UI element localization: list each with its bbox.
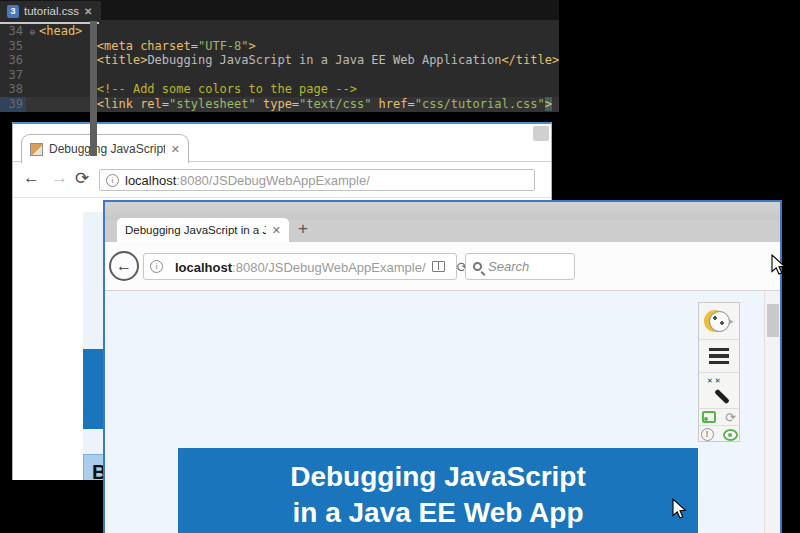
netbeans-browser-palette: ▸ ⟳ ! bbox=[698, 302, 740, 442]
chrome-tab[interactable]: Debugging JavaScript in ✕ bbox=[21, 134, 189, 163]
search-icon bbox=[473, 262, 482, 271]
mouse-cursor bbox=[771, 254, 786, 275]
back-icon[interactable]: ← bbox=[23, 168, 40, 188]
warning-icon[interactable]: ! bbox=[701, 428, 714, 441]
url-path: :8080/JSDebugWebAppExample/ bbox=[176, 173, 369, 188]
vertical-scrollbar[interactable] bbox=[764, 291, 780, 533]
desktop-canvas: 5 *index.html ✕ 34⊖<head>35 <meta charse… bbox=[0, 0, 800, 533]
menu-icon[interactable] bbox=[709, 348, 729, 365]
page-favicon bbox=[30, 143, 43, 156]
code-line-37[interactable]: 37 bbox=[0, 68, 559, 83]
line-number: 34 bbox=[0, 24, 26, 39]
line-number: 38 bbox=[0, 82, 26, 97]
url-host: localhost bbox=[125, 173, 176, 188]
visibility-icon[interactable] bbox=[723, 429, 738, 441]
scrollbar-thumb[interactable] bbox=[767, 304, 779, 337]
code-text: <meta charset="UTF-8"> bbox=[39, 39, 256, 53]
scrollbar-thumb[interactable] bbox=[90, 21, 97, 156]
tab-title: tutorial.css bbox=[24, 5, 79, 17]
palette-menu-row[interactable] bbox=[699, 340, 739, 373]
code-text: <title>Debugging JavaScript in a Java EE… bbox=[39, 53, 559, 67]
new-tab-button[interactable]: + bbox=[298, 219, 308, 239]
palette-status-row[interactable]: ! bbox=[699, 426, 739, 443]
firefox-browser-window: Debugging JavaScript in a Java... ✕ + ← … bbox=[103, 200, 782, 533]
code-text: <link rel="stylesheet" type="text/css" h… bbox=[39, 97, 552, 111]
info-icon[interactable]: i bbox=[150, 260, 163, 273]
tab-tutorial-css[interactable]: 3 tutorial.css ✕ bbox=[0, 1, 99, 22]
info-icon[interactable]: i bbox=[106, 174, 119, 187]
editor-tabbar: 3 tutorial.css ✕ bbox=[0, 0, 99, 21]
css3-file-icon: 3 bbox=[7, 5, 19, 18]
line-number: 36 bbox=[0, 53, 26, 68]
close-icon[interactable]: ✕ bbox=[171, 143, 180, 156]
reload-icon[interactable]: ⟳ bbox=[75, 168, 89, 189]
search-input[interactable] bbox=[488, 259, 558, 274]
line-number: 35 bbox=[0, 39, 26, 54]
code-area-index-html[interactable]: 34⊖<head>35 <meta charset="UTF-8">36 <ti… bbox=[0, 24, 559, 112]
palette-cast-row[interactable]: ⟳ bbox=[699, 409, 739, 426]
url-host: localhost bbox=[175, 260, 232, 275]
chrome-toolbar: ← → ⟳ i localhost:8080/JSDebugWebAppExam… bbox=[13, 163, 551, 198]
page-title-line2: in a Java EE Web App bbox=[178, 495, 698, 531]
code-line-35[interactable]: 35 <meta charset="UTF-8"> bbox=[0, 39, 559, 54]
reader-mode-icon[interactable] bbox=[432, 261, 445, 272]
page-title-banner: Debugging JavaScript in a Java EE Web Ap… bbox=[178, 448, 698, 533]
firefox-tab[interactable]: Debugging JavaScript in a Java... ✕ bbox=[117, 218, 289, 242]
firefox-page-viewport: Debugging JavaScript in a Java EE Web Ap… bbox=[105, 291, 780, 533]
search-box[interactable] bbox=[465, 253, 575, 280]
back-button[interactable]: ← bbox=[109, 251, 139, 281]
chrome-address-bar[interactable]: i localhost:8080/JSDebugWebAppExample/ bbox=[99, 169, 535, 191]
resync-icon[interactable]: ⟳ bbox=[725, 410, 736, 425]
netbeans-logo-icon[interactable] bbox=[704, 310, 726, 332]
url-path: :8080/JSDebugWebAppExample/ bbox=[232, 260, 425, 275]
close-icon[interactable]: ✕ bbox=[272, 224, 281, 237]
code-line-39[interactable]: 39 <link rel="stylesheet" type="text/css… bbox=[0, 97, 559, 112]
fold-icon[interactable]: ⊖ bbox=[26, 25, 39, 40]
chrome-tab-title: Debugging JavaScript in bbox=[49, 142, 165, 156]
palette-netbeans-row[interactable]: ▸ bbox=[699, 303, 739, 340]
inspect-wand-icon[interactable] bbox=[707, 379, 731, 403]
code-line-34[interactable]: 34⊖<head> bbox=[0, 24, 559, 39]
forward-icon[interactable]: → bbox=[51, 168, 68, 188]
palette-inspect-row[interactable] bbox=[699, 373, 739, 409]
netbeans-editor-tutorial-css: 3 tutorial.css ✕ 14⊖h1, h2, p {15 paddin… bbox=[0, 0, 99, 24]
code-text: <!-- Add some colors to the page --> bbox=[39, 82, 357, 96]
screencast-icon[interactable] bbox=[702, 411, 716, 423]
profile-button[interactable] bbox=[533, 126, 549, 141]
page-title-line1: Debugging JavaScript bbox=[178, 459, 698, 495]
line-number: 37 bbox=[0, 68, 26, 83]
mouse-cursor bbox=[672, 498, 687, 519]
code-line-38[interactable]: 38 <!-- Add some colors to the page --> bbox=[0, 82, 559, 97]
code-text: <head> bbox=[39, 24, 82, 38]
close-icon[interactable]: ✕ bbox=[84, 6, 92, 17]
line-number: 39 bbox=[0, 97, 26, 112]
firefox-address-bar[interactable]: i localhost:8080/JSDebugWebAppExample/ ⟳ bbox=[143, 253, 457, 280]
code-line-36[interactable]: 36 <title>Debugging JavaScript in a Java… bbox=[0, 53, 559, 68]
firefox-tab-title: Debugging JavaScript in a Java... bbox=[125, 224, 266, 236]
firefox-toolbar: ← i localhost:8080/JSDebugWebAppExample/… bbox=[105, 242, 780, 291]
